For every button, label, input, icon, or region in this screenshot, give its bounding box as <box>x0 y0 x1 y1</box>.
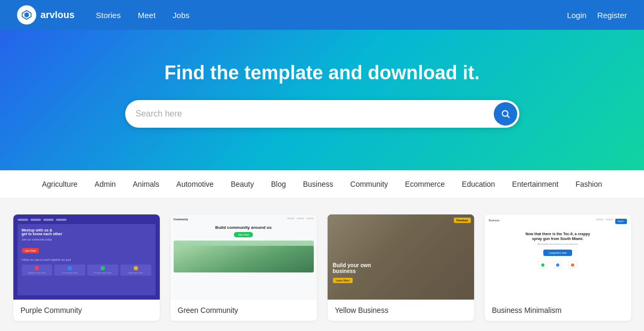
template-label: Green Community <box>170 300 317 321</box>
header: arvlous Stories Meet Jobs Login Register <box>0 0 644 30</box>
premium-badge: Premium <box>454 218 470 223</box>
search-input[interactable] <box>136 109 494 119</box>
category-admin[interactable]: Admin <box>86 170 125 198</box>
login-button[interactable]: Login <box>567 11 586 20</box>
svg-line-3 <box>507 115 509 117</box>
logo-text: arvlous <box>40 10 75 21</box>
logo-icon <box>17 5 36 24</box>
category-education[interactable]: Education <box>453 170 503 198</box>
templates-section: Meetup with us &get to know each other J… <box>3 198 642 331</box>
template-preview-purple: Meetup with us &get to know each other J… <box>13 214 160 300</box>
template-label: Business Minimalism <box>485 300 631 321</box>
category-agriculture[interactable]: Agriculture <box>34 170 86 198</box>
category-automotive[interactable]: Automotive <box>168 170 222 198</box>
nav-stories[interactable]: Stories <box>96 11 121 20</box>
category-community[interactable]: Community <box>342 170 397 198</box>
template-label: Yellow Business <box>328 300 474 321</box>
category-ecommerce[interactable]: Ecommerce <box>396 170 453 198</box>
template-card[interactable]: Premium Build your ownbusiness Learn Mor… <box>328 214 474 321</box>
template-preview-yellow: Premium Build your ownbusiness Learn Mor… <box>328 214 474 300</box>
category-beauty[interactable]: Beauty <box>222 170 263 198</box>
nav-jobs[interactable]: Jobs <box>173 11 190 20</box>
templates-grid: Meetup with us &get to know each other J… <box>13 214 631 321</box>
template-label: Purple Community <box>13 300 160 321</box>
category-entertainment[interactable]: Entertainment <box>503 170 567 198</box>
nav-meet[interactable]: Meet <box>138 11 156 20</box>
search-button[interactable] <box>494 102 517 126</box>
main-nav: Stories Meet Jobs <box>96 11 567 20</box>
template-card[interactable]: Business Register Now that there is the … <box>485 214 631 321</box>
register-button[interactable]: Register <box>597 11 627 20</box>
search-icon <box>501 109 510 119</box>
auth-section: Login Register <box>567 11 627 20</box>
category-blog[interactable]: Blog <box>263 170 295 198</box>
category-animals[interactable]: Animals <box>124 170 168 198</box>
template-preview-bizmin: Business Register Now that there is the … <box>485 214 631 300</box>
hero-section: Find the template and download it. <box>0 30 644 170</box>
hero-title: Find the template and download it. <box>11 62 633 84</box>
logo[interactable]: arvlous <box>17 5 75 24</box>
template-card[interactable]: Community Build community around us Join… <box>170 214 317 321</box>
category-business[interactable]: Business <box>295 170 342 198</box>
categories-nav: Agriculture Admin Animals Automotive Bea… <box>0 170 644 198</box>
template-preview-green: Community Build community around us Join… <box>170 214 317 300</box>
search-bar <box>125 100 519 128</box>
category-fashion[interactable]: Fashion <box>567 170 611 198</box>
svg-marker-1 <box>25 12 29 18</box>
template-card[interactable]: Meetup with us &get to know each other J… <box>13 214 160 321</box>
